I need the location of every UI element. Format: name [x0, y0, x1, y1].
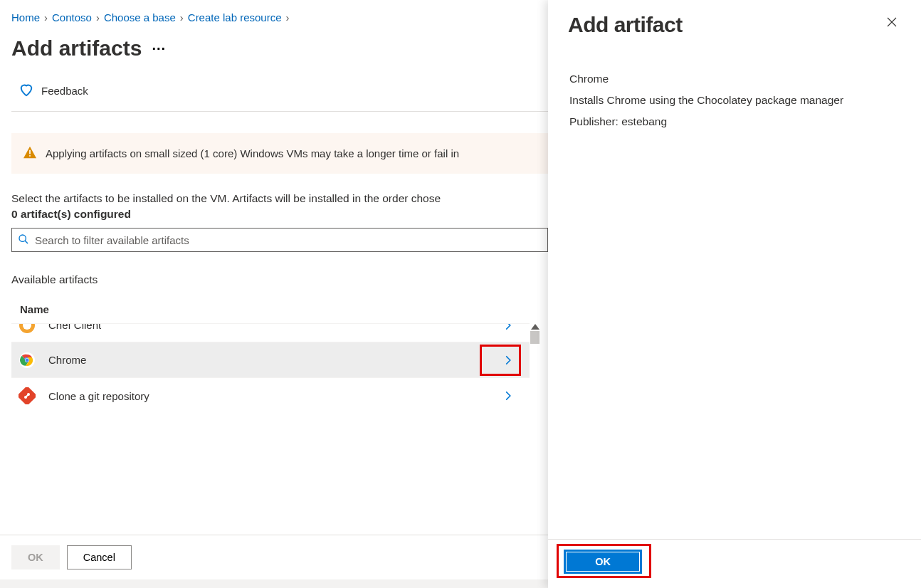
svg-rect-0: [29, 150, 31, 154]
page-title-text: Add artifacts: [11, 36, 142, 61]
name-column-header: Name: [11, 296, 548, 323]
breadcrumb-contoso[interactable]: Contoso: [52, 11, 92, 23]
footer-bar: OK Cancel: [0, 535, 548, 579]
panel-title: Add artifact: [568, 13, 683, 37]
artifact-row[interactable]: Chrome: [11, 342, 530, 378]
svg-point-8: [26, 358, 29, 362]
add-artifact-panel: Add artifact Chrome Installs Chrome usin…: [548, 0, 921, 588]
git-icon: [19, 387, 36, 404]
search-icon: [18, 233, 29, 247]
heart-icon: [19, 82, 34, 100]
chevron-right-icon: ›: [44, 11, 48, 23]
page-title: Add artifacts ···: [11, 36, 548, 61]
breadcrumb-create-lab[interactable]: Create lab resource: [188, 11, 282, 23]
intro-text: Select the artifacts to be installed on …: [11, 192, 548, 205]
svg-rect-1: [29, 155, 31, 157]
chef-icon: [19, 324, 36, 334]
chevron-right-icon: ›: [286, 11, 290, 23]
warning-text: Applying artifacts on small sized (1 cor…: [46, 147, 459, 159]
configured-count: 0 artifact(s) configured: [11, 208, 548, 221]
close-button[interactable]: [883, 13, 901, 33]
feedback-button[interactable]: Feedback: [11, 75, 548, 112]
artifact-detail-publisher: Publisher: estebang: [569, 115, 900, 128]
warning-banner: Applying artifacts on small sized (1 cor…: [11, 133, 548, 174]
breadcrumb-choose-base[interactable]: Choose a base: [104, 11, 176, 23]
bottom-strip: [0, 579, 548, 588]
artifact-list: Chef Client Chrome Clone a git repositor…: [11, 323, 530, 414]
chevron-right-icon: ›: [180, 11, 184, 23]
svg-point-2: [19, 235, 26, 241]
breadcrumb: Home › Contoso › Choose a base › Create …: [11, 11, 548, 35]
chevron-right-icon: ›: [96, 11, 100, 23]
ok-button: OK: [11, 545, 60, 569]
chevron-right-icon[interactable]: [494, 391, 522, 401]
artifact-detail-description: Installs Chrome using the Chocolatey pac…: [569, 94, 900, 107]
search-input[interactable]: [33, 233, 542, 247]
panel-ok-button[interactable]: OK: [564, 550, 642, 574]
warning-icon: [23, 146, 37, 161]
search-input-container[interactable]: [11, 228, 548, 252]
cancel-button[interactable]: Cancel: [67, 545, 132, 569]
feedback-label: Feedback: [41, 85, 88, 97]
artifact-row[interactable]: Chef Client: [11, 324, 530, 342]
available-artifacts-label: Available artifacts: [11, 273, 548, 286]
scroll-up-icon[interactable]: [531, 324, 540, 330]
artifact-row[interactable]: Clone a git repository: [11, 378, 530, 414]
artifact-name: Clone a git repository: [48, 390, 494, 402]
breadcrumb-home[interactable]: Home: [11, 11, 40, 23]
scrollbar[interactable]: [530, 331, 540, 344]
artifact-name: Chef Client: [48, 324, 494, 331]
artifact-detail-name: Chrome: [569, 73, 900, 85]
chevron-right-icon[interactable]: [494, 324, 522, 330]
chrome-icon: [19, 352, 36, 369]
svg-line-3: [25, 241, 28, 243]
artifact-name: Chrome: [48, 354, 494, 366]
chevron-right-icon[interactable]: [494, 355, 522, 365]
